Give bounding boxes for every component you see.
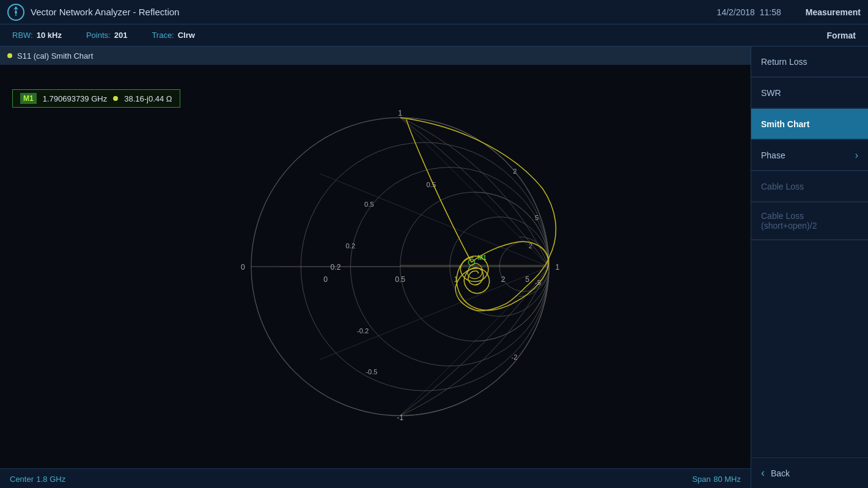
svg-text:0.5: 0.5 bbox=[395, 275, 405, 284]
trace-item: Trace: Clrw bbox=[152, 31, 195, 40]
svg-text:-1: -1 bbox=[397, 413, 403, 422]
center-label: Center bbox=[10, 475, 34, 484]
sidebar-divider-6 bbox=[751, 240, 868, 240]
svg-text:1: 1 bbox=[555, 263, 559, 272]
logo-icon bbox=[7, 4, 24, 21]
marker-dot bbox=[113, 96, 118, 101]
sidebar-item-return-loss[interactable]: Return Loss bbox=[751, 46, 868, 77]
center-value: 1.8 GHz bbox=[36, 475, 65, 484]
span-label: Span bbox=[692, 475, 710, 484]
svg-point-1 bbox=[15, 11, 17, 13]
center-info: Center 1.8 GHz bbox=[10, 473, 65, 484]
header: Vector Network Analyzer - Reflection 14/… bbox=[0, 0, 868, 24]
sidebar-item-swr[interactable]: SWR bbox=[751, 78, 868, 108]
rbw-value: 10 kHz bbox=[37, 31, 62, 40]
app-title: Vector Network Analyzer - Reflection bbox=[31, 7, 717, 17]
cable-loss-label: Cable Loss bbox=[761, 182, 804, 191]
chart-dot bbox=[7, 53, 12, 58]
svg-text:1: 1 bbox=[454, 275, 458, 284]
chart-titlebar: S11 (cal) Smith Chart bbox=[0, 46, 751, 65]
toolbar: RBW: 10 kHz Points: 201 Trace: Clrw Form… bbox=[0, 24, 868, 46]
return-loss-label: Return Loss bbox=[761, 57, 807, 67]
rbw-item: RBW: 10 kHz bbox=[12, 31, 62, 40]
sidebar: Return Loss SWR Smith Chart Phase › Cabl… bbox=[751, 46, 868, 488]
svg-text:1: 1 bbox=[398, 109, 402, 117]
smith-chart-svg: 1 1 2 2 5 -5 -2 -1 0 0.2 0.5 0.5 0.2 0.5… bbox=[0, 65, 751, 468]
svg-text:5: 5 bbox=[525, 275, 529, 284]
svg-text:0.2: 0.2 bbox=[331, 263, 341, 272]
header-datetime: 14/2/2018 11:58 bbox=[717, 7, 781, 17]
marker-freq: 1.790693739 GHz bbox=[43, 94, 108, 103]
svg-text:-2: -2 bbox=[511, 353, 517, 361]
points-value: 201 bbox=[114, 31, 128, 40]
svg-text:0.5: 0.5 bbox=[364, 201, 374, 208]
cable-loss-2-label: Cable Loss (short+open)/2 bbox=[761, 211, 858, 231]
svg-text:-0.2: -0.2 bbox=[357, 327, 369, 335]
sidebar-item-cable-loss: Cable Loss bbox=[751, 171, 868, 202]
back-button[interactable]: ‹ Back bbox=[751, 457, 868, 488]
swr-label: SWR bbox=[761, 88, 781, 98]
svg-text:0.2: 0.2 bbox=[346, 242, 356, 250]
svg-text:5: 5 bbox=[535, 214, 539, 221]
chevron-right-icon: › bbox=[855, 150, 858, 161]
sidebar-item-phase[interactable]: Phase › bbox=[751, 140, 868, 171]
trace-label: Trace: bbox=[152, 31, 174, 40]
points-label: Points: bbox=[86, 31, 111, 40]
svg-text:2: 2 bbox=[513, 168, 517, 175]
rbw-label: RBW: bbox=[12, 31, 33, 40]
svg-text:-5: -5 bbox=[535, 279, 541, 286]
format-button[interactable]: Format bbox=[827, 31, 856, 40]
svg-text:-0.5: -0.5 bbox=[366, 368, 377, 375]
header-measurement: Measurement bbox=[806, 7, 861, 17]
phase-label: Phase bbox=[761, 150, 785, 160]
sidebar-item-smith-chart[interactable]: Smith Chart bbox=[751, 109, 868, 139]
smith-chart-label: Smith Chart bbox=[761, 119, 809, 129]
svg-text:0: 0 bbox=[241, 263, 245, 272]
marker-value: 38.16-j0.44 Ω bbox=[124, 94, 172, 103]
trace-value: Clrw bbox=[178, 31, 195, 40]
svg-text:2: 2 bbox=[501, 275, 506, 284]
bottom-bar: Center 1.8 GHz Span 80 MHz bbox=[0, 468, 751, 488]
content-area: S11 (cal) Smith Chart M1 1.790693739 GHz… bbox=[0, 46, 751, 488]
sidebar-item-cable-loss-2: Cable Loss (short+open)/2 bbox=[751, 202, 868, 240]
marker-box: M1 1.790693739 GHz 38.16-j0.44 Ω bbox=[12, 89, 180, 108]
span-value: 80 MHz bbox=[713, 475, 741, 484]
back-label: Back bbox=[771, 468, 790, 478]
svg-text:0: 0 bbox=[323, 275, 328, 284]
points-item: Points: 201 bbox=[86, 31, 127, 40]
main-layout: S11 (cal) Smith Chart M1 1.790693739 GHz… bbox=[0, 46, 868, 488]
span-info: Span 80 MHz bbox=[692, 473, 741, 484]
chart-title: S11 (cal) Smith Chart bbox=[17, 51, 93, 61]
chevron-left-icon: ‹ bbox=[761, 467, 765, 479]
marker-label: M1 bbox=[20, 93, 37, 104]
smith-chart-area[interactable]: M1 1.790693739 GHz 38.16-j0.44 Ω bbox=[0, 65, 751, 468]
